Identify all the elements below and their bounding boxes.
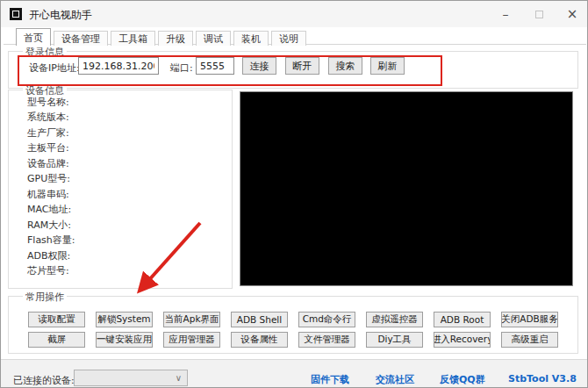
field-chip-model: 芯片型号: <box>27 266 159 277</box>
login-group-label: 登录信息 <box>23 46 67 59</box>
adb-root-button[interactable]: ADB Root <box>434 312 491 327</box>
search-device-button[interactable]: 搜索 <box>328 57 362 75</box>
device-select-dropdown[interactable]: ∨ <box>74 370 188 386</box>
field-board-platform: 主板平台: <box>27 143 159 154</box>
chevron-down-icon: ∨ <box>176 374 182 383</box>
diy-tools-button[interactable]: Diy工具 <box>366 332 423 348</box>
window-title: 开心电视助手 <box>29 8 92 23</box>
maximize-icon <box>535 11 543 18</box>
install-app-button[interactable]: 一键安装应用 <box>96 332 153 348</box>
tab-debug[interactable]: 调试 <box>196 31 231 46</box>
enter-recovery-button[interactable]: 进入Recovery <box>434 332 491 348</box>
unlock-system-button[interactable]: 解锁System <box>96 312 153 327</box>
cmd-line-button[interactable]: Cmd命令行 <box>298 312 355 327</box>
close-button[interactable]: × <box>557 1 587 27</box>
app-logo-icon <box>10 8 22 20</box>
field-system-version: 系统版本: <box>27 112 159 123</box>
device-info-group-label: 设备信息 <box>23 84 67 97</box>
tab-toolbox[interactable]: 工具箱 <box>111 31 155 46</box>
tab-home[interactable]: 首页 <box>16 28 51 46</box>
field-serial-number: 机器串码: <box>27 190 159 200</box>
connected-devices-label: 已连接的设备: <box>13 374 75 387</box>
maximize-button[interactable] <box>524 1 554 27</box>
current-apk-button[interactable]: 当前Apk界面 <box>163 312 220 327</box>
field-gpu-model: GPU型号: <box>27 174 159 184</box>
field-ram-size: RAM大小: <box>27 220 159 231</box>
ip-address-input[interactable] <box>78 57 159 75</box>
tab-install[interactable]: 装机 <box>233 31 269 46</box>
tab-upgrade[interactable]: 升级 <box>158 31 193 46</box>
screenshot-button[interactable]: 截屏 <box>28 332 85 348</box>
field-adb-permission: ADB权限: <box>27 251 159 262</box>
operations-grid: 读取配置 解锁System 当前Apk界面 ADB Shell Cmd命令行 虚… <box>28 312 558 348</box>
title-bar: 开心电视助手 – × <box>1 1 587 27</box>
tab-bar: 首页 设备管理 工具箱 升级 调试 装机 说明 <box>16 28 306 46</box>
device-properties-button[interactable]: 设备属性 <box>231 332 288 348</box>
operations-group-label: 常用操作 <box>23 291 67 304</box>
field-mac-address: MAC地址: <box>27 205 159 215</box>
close-adb-button[interactable]: 关闭ADB服务 <box>501 312 558 327</box>
app-manager-button[interactable]: 应用管理器 <box>163 332 220 348</box>
field-flash-capacity: Flash容量: <box>27 235 159 246</box>
connect-button[interactable]: 连接 <box>242 57 276 75</box>
field-manufacturer: 生产厂家: <box>27 128 159 139</box>
feedback-qq-link[interactable]: 反馈QQ群 <box>440 373 485 386</box>
file-manager-button[interactable]: 文件管理器 <box>298 332 355 348</box>
field-model-name: 型号名称: <box>27 97 159 108</box>
app-version-label: StbTool V3.8 <box>508 373 577 384</box>
disconnect-button[interactable]: 断开 <box>285 57 319 75</box>
read-config-button[interactable]: 读取配置 <box>28 312 85 327</box>
minimize-button[interactable]: – <box>491 1 520 27</box>
field-device-brand: 设备品牌: <box>27 159 159 169</box>
ip-address-label: 设备IP地址: <box>29 61 80 75</box>
advanced-reboot-button[interactable]: 高级重启 <box>501 332 558 348</box>
firmware-download-link[interactable]: 固件下载 <box>311 373 349 386</box>
device-info-fields: 型号名称: 系统版本: 生产厂家: 主板平台: 设备品牌: GPU型号: 机器串… <box>27 97 159 277</box>
community-link[interactable]: 交流社区 <box>376 373 414 386</box>
virtual-remote-button[interactable]: 虚拟遥控器 <box>366 312 423 327</box>
tab-help[interactable]: 说明 <box>271 31 306 46</box>
refresh-button[interactable]: 刷新 <box>370 57 405 75</box>
adb-shell-button[interactable]: ADB Shell <box>231 312 288 327</box>
port-label: 端口: <box>170 61 193 75</box>
screen-preview-panel <box>240 91 573 286</box>
port-input[interactable] <box>196 57 234 75</box>
app-window: 开心电视助手 – × 首页 设备管理 工具箱 升级 调试 装机 说明 登录信息 … <box>0 0 588 388</box>
tab-device-management[interactable]: 设备管理 <box>54 31 108 46</box>
